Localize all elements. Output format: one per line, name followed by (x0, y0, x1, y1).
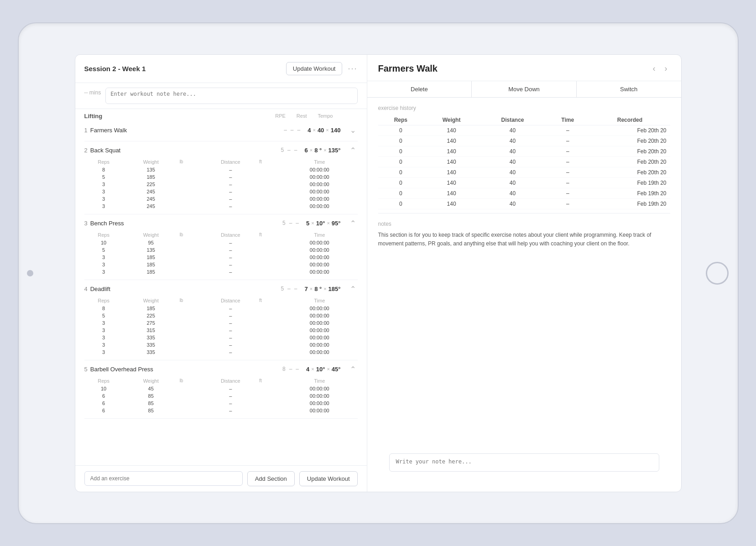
cell-dist: – (203, 203, 258, 209)
chevron-button[interactable]: ⌃ (348, 218, 358, 229)
chevron-button[interactable]: ⌃ (348, 364, 358, 374)
workout-note-area: -- mins (75, 83, 367, 109)
right-header: Farmers Walk ‹ › (367, 55, 681, 81)
table-row: 8 135 – 00:00:00 (85, 166, 357, 173)
delete-button[interactable]: Delete (367, 81, 472, 97)
table-row: 6 85 – 00:00:00 (85, 407, 357, 414)
cell-dunit (259, 407, 282, 414)
cell-unit (180, 334, 202, 341)
history-row: 014040–Feb 20th 20 (378, 135, 670, 146)
table-row: 8 185 – 00:00:00 (85, 305, 357, 312)
table-row: 5 185 – 00:00:00 (85, 174, 357, 180)
cell-dist: – (203, 166, 258, 173)
move-down-button[interactable]: Move Down (472, 81, 577, 97)
left-header: Session 2 - Week 1 Update Workout ··· (75, 55, 367, 83)
cell-weight: 85 (123, 393, 179, 399)
exercise-rpe: 5 (282, 220, 286, 226)
update-workout-button[interactable]: Update Workout (286, 62, 343, 75)
mins-badge: -- mins (84, 89, 101, 96)
chevron-button[interactable]: ⌄ (348, 125, 358, 135)
cell-dist: – (203, 305, 258, 312)
cell-reps: 5 (85, 247, 122, 253)
exercise-rpe-rest-tempo: 5 – – (281, 147, 297, 153)
notes-bottom (367, 453, 681, 492)
history-cell: – (546, 198, 589, 209)
table-row: 3 315 – 00:00:00 (85, 327, 357, 333)
exercise-main: 1 Farmers Walk – – – 4 × 40 × 140 ⌄ (84, 125, 358, 135)
cell-reps: 5 (85, 174, 122, 180)
exercise-detail-table: Reps Weight lb Distance ft Time 10 45 – … (84, 376, 358, 415)
history-cell: Feb 20th 20 (589, 146, 670, 156)
chevron-button[interactable]: ⌃ (348, 145, 358, 156)
exercise-num-name: 1 Farmers Walk (84, 127, 127, 134)
exercise-row: 5 Barbell Overhead Press 8 – – 4 × 10° ×… (84, 360, 358, 419)
table-row: 3 225 – 00:00:00 (85, 181, 357, 187)
history-cell: 40 (480, 156, 546, 167)
cell-reps: 3 (85, 334, 122, 341)
add-section-button[interactable]: Add Section (247, 471, 295, 486)
history-cell: Feb 19th 20 (589, 177, 670, 188)
cell-time: 00:00:00 (282, 327, 357, 333)
update-workout-footer-button[interactable]: Update Workout (299, 471, 358, 486)
switch-button[interactable]: Switch (577, 81, 681, 97)
workout-note-input[interactable] (105, 88, 357, 104)
main-container: Session 2 - Week 1 Update Workout ··· --… (75, 54, 682, 492)
cell-dist: – (203, 247, 258, 253)
exercise-main: 2 Back Squat 5 – – 6 × 8 ° × 135° ⌃ (84, 145, 358, 156)
cell-unit (180, 166, 202, 173)
history-cell: – (546, 146, 589, 156)
cell-time: 00:00:00 (282, 393, 357, 399)
cell-dist: – (203, 334, 258, 341)
cell-reps: 6 (85, 400, 122, 406)
nav-next-button[interactable]: › (662, 63, 670, 74)
exercise-rpe-rest-tempo: 5 – – (281, 286, 297, 292)
cell-dist: – (203, 342, 258, 348)
notes-body: This section is for you to keep track of… (378, 231, 670, 248)
col-header-weight: Weight (123, 377, 179, 385)
exercise-rpe-rest-tempo: – – – (284, 127, 300, 133)
cell-dunit (259, 254, 282, 260)
chevron-button[interactable]: ⌃ (348, 284, 358, 294)
history-cell: 40 (480, 188, 546, 198)
cell-dunit (259, 305, 282, 312)
cell-dunit (259, 196, 282, 202)
cell-unit (180, 327, 202, 333)
dots-menu[interactable]: ··· (348, 64, 357, 73)
cell-dunit (259, 312, 282, 319)
table-row: 6 85 – 00:00:00 (85, 400, 357, 406)
section-name: Lifting (84, 113, 103, 120)
cell-reps: 3 (85, 188, 122, 195)
exercise-num: 4 (84, 286, 88, 292)
nav-prev-button[interactable]: ‹ (650, 63, 658, 74)
cell-unit (180, 239, 202, 246)
cell-dunit (259, 342, 282, 348)
cell-time: 00:00:00 (282, 174, 357, 180)
cell-dist: – (203, 254, 258, 260)
history-cell: 40 (480, 146, 546, 156)
table-row: 3 335 – 00:00:00 (85, 334, 357, 341)
col-header-weight: Weight (123, 297, 179, 304)
right-circle (706, 262, 729, 285)
history-cell: 140 (423, 177, 480, 188)
cell-reps: 3 (85, 269, 122, 275)
col-header-dist: Distance (203, 377, 258, 385)
exercise-rpe-rest-tempo: 8 – – (282, 366, 299, 372)
cell-weight: 185 (123, 174, 179, 180)
cell-unit (180, 320, 202, 326)
exercise-detail-table: Reps Weight lb Distance ft Time 8 135 – … (84, 157, 358, 210)
history-cell: 40 (480, 135, 546, 146)
exercise-sets-info: 7 × 8 ° × 185° (304, 286, 340, 292)
note-input-right[interactable] (389, 453, 659, 472)
cell-dunit (259, 334, 282, 341)
col-header-weight: Weight (123, 231, 179, 239)
cell-time: 00:00:00 (282, 254, 357, 260)
exercise-main: 5 Barbell Overhead Press 8 – – 4 × 10° ×… (84, 364, 358, 374)
cell-reps: 3 (85, 327, 122, 333)
cell-reps: 5 (85, 312, 122, 319)
history-cell: 140 (423, 167, 480, 177)
add-exercise-input[interactable] (84, 471, 243, 486)
history-col-header: Reps (378, 115, 424, 125)
history-col-header: Weight (423, 115, 480, 125)
table-row: 3 185 – 00:00:00 (85, 261, 357, 268)
nav-arrows: ‹ › (650, 63, 670, 74)
